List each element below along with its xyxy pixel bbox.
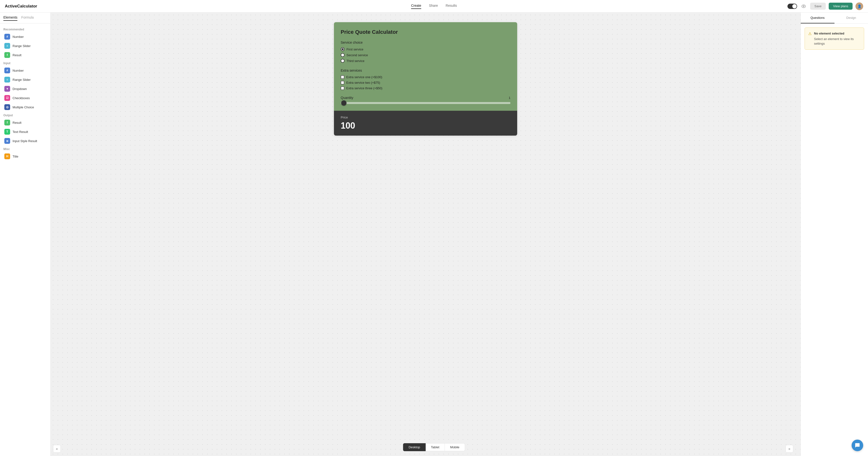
slider-thumb[interactable]	[341, 101, 346, 106]
sidebar-item-result-out[interactable]: f Result	[1, 118, 50, 127]
nav-tab-create[interactable]: Create	[411, 4, 421, 9]
view-switcher: Desktop Tablet Mobile	[403, 443, 465, 451]
radio-group: First service Second service Third servi…	[341, 47, 510, 63]
svg-point-1	[803, 5, 804, 7]
canvas-left-arrow[interactable]: «	[53, 445, 61, 453]
input-style-result-out-label: Input Style Result	[12, 139, 37, 143]
sidebar-item-number-rec[interactable]: # Number	[1, 32, 50, 41]
sidebar-item-range-slider-inp[interactable]: ≡ Range Slider	[1, 75, 50, 84]
price-label: Price	[341, 116, 510, 119]
checkbox-extra3-label: Extra service three (+$50)	[346, 86, 382, 90]
multiple-choice-icon: ◎	[4, 104, 10, 110]
result-out-icon: f	[4, 120, 10, 125]
topbar-right: Save View plans 👤	[787, 2, 863, 10]
checkbox-extra1-label: Extra service one (+$100)	[346, 75, 382, 79]
dark-mode-toggle[interactable]	[787, 4, 797, 9]
section-recommended: Recommended	[0, 26, 51, 32]
save-button[interactable]: Save	[810, 3, 826, 10]
section-misc: Misc	[0, 145, 51, 152]
view-mobile-button[interactable]: Mobile	[445, 443, 465, 451]
radio-inner-first	[342, 48, 344, 50]
checkbox-extra1[interactable]: Extra service one (+$100)	[341, 75, 510, 79]
text-result-icon: T	[4, 129, 10, 135]
sidebar-item-title-misc[interactable]: H Title	[1, 152, 50, 161]
nav-tab-results[interactable]: Results	[445, 4, 457, 9]
panel-tabs: Questions Design	[801, 12, 868, 24]
calculator-preview[interactable]: Price Quote Calculator Service choice Fi…	[334, 22, 517, 136]
sidebar-item-checkboxes-inp[interactable]: ☑ Checkboxes	[1, 93, 50, 103]
checkbox-extra2-label: Extra service two (+$75)	[346, 81, 380, 84]
left-sidebar: Elements Formula Recommended # Number ≡ …	[0, 12, 51, 456]
tab-elements[interactable]: Elements	[3, 16, 18, 21]
view-desktop-button[interactable]: Desktop	[403, 443, 426, 451]
calculator-footer: Price 100	[334, 111, 517, 136]
tab-formula[interactable]: Formula	[21, 16, 33, 21]
title-icon: H	[4, 153, 10, 159]
nav-tabs: Create Share Results	[411, 4, 457, 9]
checkbox-box-extra3	[341, 86, 344, 90]
range-slider-inp-label: Range Slider	[12, 78, 31, 82]
radio-third-service[interactable]: Third service	[341, 59, 510, 63]
quantity-section: Quantity 1	[341, 96, 510, 104]
sidebar-item-text-result-out[interactable]: T Text Result	[1, 127, 50, 136]
toggle-knob	[792, 4, 797, 8]
calculator-title: Price Quote Calculator	[341, 29, 510, 35]
chat-button[interactable]	[851, 439, 863, 451]
sidebar-item-range-slider-rec[interactable]: ≡ Range Slider	[1, 41, 50, 51]
radio-outer-second	[341, 53, 345, 57]
number-inp-label: Number	[12, 69, 24, 73]
main-layout: Elements Formula Recommended # Number ≡ …	[0, 12, 868, 456]
calculator-body: Price Quote Calculator Service choice Fi…	[334, 22, 517, 111]
checkbox-group: Extra service one (+$100) Extra service …	[341, 75, 510, 90]
panel-tab-design[interactable]: Design	[835, 12, 868, 23]
range-slider-inp-icon: ≡	[4, 77, 10, 83]
checkbox-extra3[interactable]: Extra service three (+$50)	[341, 86, 510, 90]
sidebar-item-multiple-choice-inp[interactable]: ◎ Multiple Choice	[1, 103, 50, 112]
dropdown-inp-label: Dropdown	[12, 87, 27, 91]
quantity-value: 1	[509, 96, 510, 99]
user-avatar[interactable]: 👤	[856, 2, 863, 10]
sidebar-item-result-rec[interactable]: f Result	[1, 51, 50, 60]
svg-point-0	[802, 5, 806, 8]
sidebar-item-number-inp[interactable]: # Number	[1, 66, 50, 75]
multiple-choice-inp-label: Multiple Choice	[12, 106, 34, 109]
number-icon: #	[4, 34, 10, 39]
range-slider-rec-label: Range Slider	[12, 44, 31, 48]
extra-services-label: Extra services	[341, 68, 510, 73]
no-selection-title: No element selected	[814, 31, 861, 36]
sidebar-item-input-style-result-out[interactable]: ⊞ Input Style Result	[1, 136, 50, 145]
price-value: 100	[341, 121, 510, 131]
view-plans-button[interactable]: View plans	[829, 3, 852, 10]
number-inp-icon: #	[4, 67, 10, 73]
panel-tab-questions[interactable]: Questions	[801, 12, 835, 23]
view-tablet-button[interactable]: Tablet	[426, 443, 445, 451]
radio-second-service[interactable]: Second service	[341, 53, 510, 57]
quantity-header: Quantity 1	[341, 96, 510, 99]
quantity-slider-track[interactable]	[341, 102, 510, 104]
number-rec-label: Number	[12, 35, 24, 38]
canvas-right-arrow[interactable]: »	[785, 445, 793, 453]
checkbox-box-extra2	[341, 81, 344, 84]
result-rec-icon: f	[4, 52, 10, 58]
title-misc-label: Title	[12, 155, 18, 158]
checkbox-extra2[interactable]: Extra service two (+$75)	[341, 81, 510, 84]
dropdown-icon: ▾	[4, 86, 10, 92]
section-input: Input	[0, 60, 51, 66]
topbar: ActiveCalculator Create Share Results Sa…	[0, 0, 868, 12]
no-selection-box: ⚠ No element selected Select an element …	[805, 28, 864, 50]
sidebar-item-dropdown-inp[interactable]: ▾ Dropdown	[1, 84, 50, 93]
preview-button[interactable]	[800, 3, 807, 10]
radio-third-label: Third service	[346, 59, 364, 63]
checkbox-box-extra1	[341, 75, 344, 79]
no-selection-text: No element selected Select an element to…	[814, 31, 861, 46]
warning-icon: ⚠	[808, 31, 812, 36]
result-rec-label: Result	[12, 53, 22, 57]
panel-content: ⚠ No element selected Select an element …	[801, 24, 868, 54]
canvas-area: Price Quote Calculator Service choice Fi…	[51, 12, 801, 456]
right-panel: Questions Design ⚠ No element selected S…	[801, 12, 868, 456]
text-result-out-label: Text Result	[12, 130, 28, 134]
radio-first-service[interactable]: First service	[341, 47, 510, 51]
radio-first-label: First service	[346, 48, 363, 51]
nav-tab-share[interactable]: Share	[429, 4, 438, 9]
sidebar-tabs: Elements Formula	[0, 16, 51, 23]
